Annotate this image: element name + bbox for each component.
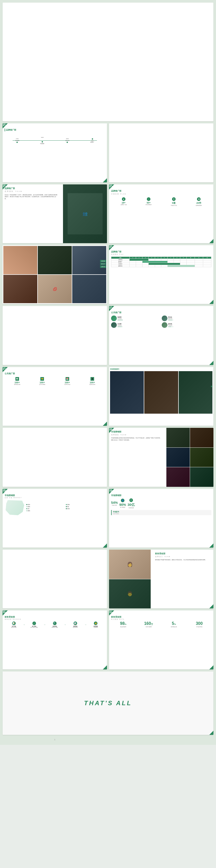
gantt-th-4: 4 [149, 257, 155, 259]
gantt-empty-4 [168, 259, 174, 261]
big-val-3: 5% [162, 621, 186, 626]
arrow-2: → [43, 624, 45, 626]
gantt-e-8 [203, 261, 211, 263]
gantt-table: 任务 1 2 3 4 5 6 7 8 9 [111, 256, 211, 267]
map-stats-grid: 43% 33% 40% [26, 504, 105, 512]
market-team-content: 市场营销部 市场营销部 优秀团队 TEAM 市场营销团队由经验丰富的营销专家组成 [109, 428, 213, 487]
timeline-point-2: 10:30 市场调研 [40, 137, 44, 144]
corner-br-10 [103, 422, 107, 426]
gantt-empty-9 [203, 259, 211, 261]
gantt-task-3: 活动执行 [111, 263, 130, 265]
map-dot-3 [26, 506, 27, 507]
slide-market-team: 市场营销部 市场营销部 优秀团队 TEAM 市场营销团队由经验丰富的营销专家组成 [109, 428, 213, 487]
gantt-bar-1 [130, 259, 149, 261]
finance-team-content: 财务受收部 👩 👨 财务受收部 优秀员工 TEAM 财务团队严格遵守财务 [109, 550, 213, 608]
slide-market-stats: 市场营销部 市场营销部 54% 市场占有率 👤 90% 客户满意度 [109, 489, 213, 548]
gantt-g-6 [161, 265, 168, 267]
collage-lbl-2: 媒体合作 [100, 263, 106, 265]
map-pct-val-2: 33% [67, 504, 70, 505]
slide-tag-5: 品牌推广部 [109, 185, 113, 187]
mpc-1 [166, 428, 190, 447]
gantt-f-4 [180, 263, 186, 265]
tp1-sublabel: 活动策划 [15, 140, 19, 141]
pr-avatar-3 [111, 322, 117, 328]
gantt-th-8: 8 [174, 257, 180, 259]
gantt-e-7 [195, 261, 203, 263]
gantt-f-3 [142, 263, 149, 265]
book-title: 市场蓝书 [113, 511, 210, 513]
pr-num-icon-1: ☎ [15, 377, 19, 381]
map-pct-6: 42% [66, 508, 105, 509]
finance-numbers-content: 财务受收部 财务受收部 四大数据 DATA 98% 资金使用效率 160万 年度… [109, 611, 213, 669]
big-val-1: 98% [111, 621, 136, 626]
plan-lbl-2: 录音录像制作 [146, 204, 152, 205]
gantt-g-3 [142, 265, 149, 267]
finance-photo-icon-2: 👨 [127, 591, 133, 596]
map-area-content: 市场营销部 全国 市场 MARKET 43% [5, 494, 105, 516]
mkt-stat-2: 👤 90% 客户满意度 [119, 499, 126, 508]
map-pct-val-5: 1% [28, 508, 29, 509]
pr-num-lbl-1: 媒体报道次数 [14, 384, 20, 385]
process-step-desc-4: 总经理签字 [66, 627, 84, 628]
collage-c1-inner [3, 246, 37, 274]
mkt-val-1: 54% [111, 501, 118, 504]
plan-stat-1: ▲ 18+ 品牌推广活动 [120, 197, 127, 206]
finance-process-content: 财务受收部 财务受收部 报销流程 MANAGE 📝 员工申请 提交申请单 → [3, 611, 107, 669]
collage-cell-2 [38, 246, 72, 274]
pr-member-4: 赵专员 内容创作 ★★★☆☆ [162, 322, 211, 328]
pr-member-3: 王主管 活动策划 ★★★★☆ [111, 322, 161, 328]
collage-content: 💋 品牌形象 媒体合作 品牌活动 [3, 245, 107, 304]
mkt-stats-heading: 市场营销部 [111, 494, 211, 497]
team-title: 优秀团队 TEAM [5, 190, 58, 193]
tp3-dot [67, 142, 68, 143]
book-subtitle: 年度市场报告 [113, 513, 210, 514]
plan-area: 品牌推广部 计划任务 PLAN ▲ 18+ 品牌推广活动 ♪ 50+ [111, 190, 211, 206]
map-pct-val-3: 40% [28, 506, 30, 507]
tp1-time: 11:00 [16, 138, 19, 140]
slide-pr-numbers: 公关推广部 公关推广部 ☎ 100+ 媒体报道次数 🤝 100+ [3, 367, 107, 426]
mpc-2 [190, 428, 213, 447]
gantt-row-4: 效果评估 [111, 265, 211, 267]
map-dot-4 [66, 506, 67, 507]
pr-num-4: 📱 100+ 社媒粉丝增长 [89, 377, 96, 385]
map-pct-3: 40% [26, 506, 65, 507]
pr-avatar-1 [111, 315, 117, 321]
gantt-e-4 [174, 261, 180, 263]
mkt-lbl-3: 年度营业额 [128, 507, 135, 508]
timeline-point-1: 11:00 活动策划 [15, 138, 19, 143]
mkt-stat-3: ¥ 30亿 年度营业额 [128, 498, 135, 508]
tp4-dot [92, 138, 93, 140]
collage-lbl-3: 品牌活动 [100, 266, 106, 268]
map-dot-5 [26, 508, 27, 509]
team-photo: 👥 [63, 184, 107, 243]
gantt-empty-8 [195, 259, 203, 261]
mpc-3 [166, 448, 190, 467]
pr-num-val-2: 100+ [39, 381, 45, 384]
corner-br-14 [103, 544, 107, 548]
gantt-empty-3 [161, 259, 168, 261]
gantt-th-2: 2 [136, 257, 142, 259]
page-wrapper: 公司市场营销简报 实用 易修改 有气质 最划算 20 1 8 [0, 0, 216, 745]
pr-num-3: 📅 100+ 活动举办场次 [64, 377, 70, 385]
mkt-stats-area: 市场营销部 54% 市场占有率 👤 90% 客户满意度 [111, 494, 211, 515]
gantt-heading: 品牌推广部 [111, 250, 211, 253]
slide-finance-cover: 财务受收部 A [3, 550, 107, 608]
timeline-area: 品牌推广部 11:00 活动策划 [5, 128, 105, 147]
big-num-4: 300 月均处理单据 [187, 621, 212, 627]
gantt-g-8 [203, 265, 211, 267]
plan-heading: 品牌推广部 [111, 190, 211, 192]
pr-num-icon-2: 🤝 [40, 377, 44, 381]
gantt-th-10: 10 [186, 257, 195, 259]
gantt-g-2 [136, 265, 142, 267]
process-area: 财务受收部 报销流程 MANAGE 📝 员工申请 提交申请单 → ✓ [5, 616, 105, 628]
plan-icon-1: ▲ [122, 197, 125, 201]
finance-photo-icon-1: 👩 [127, 561, 133, 567]
gantt-row-1: 品牌策划 [111, 259, 211, 261]
big-num-1: 98% 资金使用效率 [111, 621, 136, 627]
collage-icon-5: 💋 [53, 287, 57, 291]
collage-grid: 💋 [3, 246, 106, 303]
slide-plan: 品牌推广部 品牌推广部 计划任务 PLAN ▲ 18+ 品牌推广活动 ♪ [109, 184, 213, 243]
slide-tag-14: 市场营销部 [3, 489, 7, 492]
pr-info-4: 赵专员 内容创作 ★★★☆☆ [168, 323, 173, 328]
process-step-2: ✓ 部门审批 部门负责人审批 [25, 621, 44, 628]
